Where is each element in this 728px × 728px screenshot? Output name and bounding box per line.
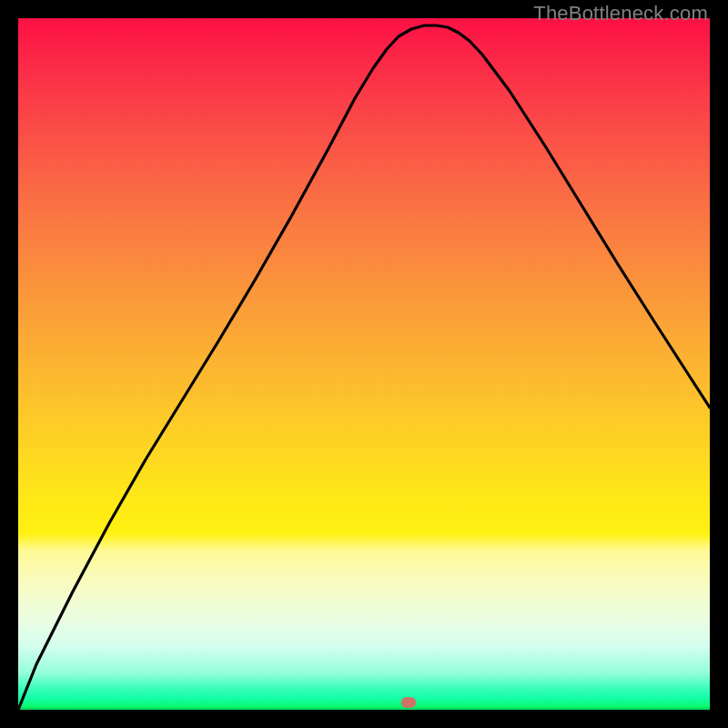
watermark-text: TheBottleneck.com xyxy=(533,2,708,25)
bottleneck-curve xyxy=(18,18,710,710)
chart-frame: TheBottleneck.com xyxy=(0,0,728,728)
plot-area xyxy=(18,18,710,710)
optimum-marker xyxy=(401,697,416,708)
